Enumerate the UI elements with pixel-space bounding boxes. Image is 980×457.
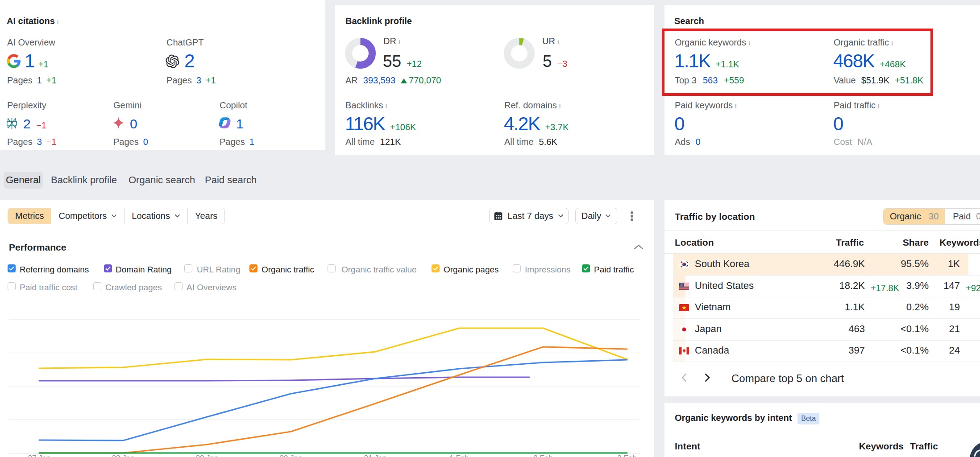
svg-text:2 Feb: 2 Feb	[533, 454, 552, 457]
svg-text:3 Feb: 3 Feb	[617, 454, 636, 457]
svg-text:31 Jan: 31 Jan	[364, 454, 386, 457]
svg-text:29 Jan: 29 Jan	[195, 454, 218, 457]
svg-text:30 Jan: 30 Jan	[279, 454, 302, 457]
svg-text:28 Jan: 28 Jan	[112, 454, 134, 457]
svg-text:27 Jan: 27 Jan	[28, 454, 50, 457]
svg-text:1 Feb: 1 Feb	[449, 454, 469, 457]
